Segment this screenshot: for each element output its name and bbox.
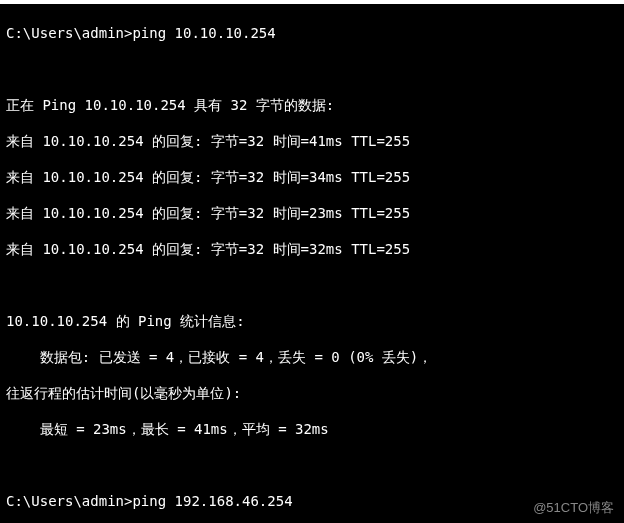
command-line: C:\Users\admin>ping 192.168.46.254 xyxy=(6,492,618,510)
terminal-output[interactable]: C:\Users\admin>ping 10.10.10.254 正在 Ping… xyxy=(0,4,624,523)
watermark-text: @51CTO博客 xyxy=(533,499,614,517)
blank-line xyxy=(6,456,618,474)
ping-reply: 来自 10.10.10.254 的回复: 字节=32 时间=34ms TTL=2… xyxy=(6,168,618,186)
blank-line xyxy=(6,60,618,78)
ping-reply: 来自 10.10.10.254 的回复: 字节=32 时间=23ms TTL=2… xyxy=(6,204,618,222)
ping-stats-packets: 数据包: 已发送 = 4，已接收 = 4，丢失 = 0 (0% 丢失)， xyxy=(6,348,618,366)
ping-header: 正在 Ping 10.10.10.254 具有 32 字节的数据: xyxy=(6,96,618,114)
ping-stats-header: 10.10.10.254 的 Ping 统计信息: xyxy=(6,312,618,330)
ping-reply: 来自 10.10.10.254 的回复: 字节=32 时间=32ms TTL=2… xyxy=(6,240,618,258)
ping-rtt-header: 往返行程的估计时间(以毫秒为单位): xyxy=(6,384,618,402)
command-line: C:\Users\admin>ping 10.10.10.254 xyxy=(6,24,618,42)
ping-rtt-values: 最短 = 23ms，最长 = 41ms，平均 = 32ms xyxy=(6,420,618,438)
ping-reply: 来自 10.10.10.254 的回复: 字节=32 时间=41ms TTL=2… xyxy=(6,132,618,150)
blank-line xyxy=(6,276,618,294)
